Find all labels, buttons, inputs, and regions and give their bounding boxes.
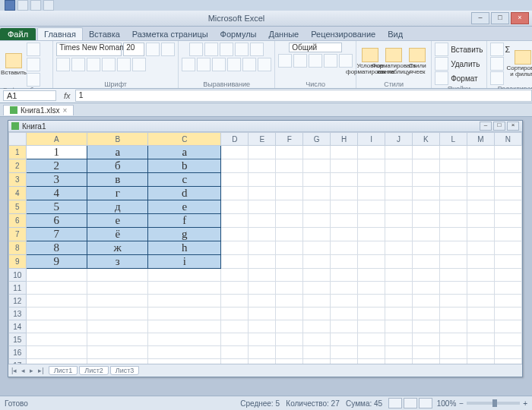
cell[interactable]: 8 (26, 241, 87, 255)
cell[interactable] (412, 320, 439, 333)
cell[interactable] (26, 295, 87, 308)
cell[interactable] (358, 187, 385, 200)
cell[interactable] (331, 241, 358, 255)
cell[interactable] (249, 200, 276, 214)
cell[interactable] (439, 308, 467, 320)
cell[interactable] (467, 295, 494, 308)
cell[interactable] (331, 200, 358, 214)
column-header[interactable]: B (87, 133, 148, 146)
cell[interactable] (385, 269, 413, 282)
zoom-in-icon[interactable]: + (523, 399, 527, 408)
fill-color-icon[interactable] (117, 58, 131, 71)
page-break-view-icon[interactable] (419, 398, 432, 408)
delete-cells-icon[interactable] (435, 57, 448, 71)
cell[interactable] (494, 255, 521, 269)
ribbon-tab-3[interactable]: Формулы (214, 28, 263, 40)
cell[interactable]: 2 (26, 159, 87, 173)
cell[interactable] (439, 346, 467, 359)
cell[interactable] (148, 308, 221, 320)
cell[interactable] (148, 282, 221, 295)
increase-indent-icon[interactable] (242, 58, 256, 71)
column-header[interactable]: N (494, 133, 521, 146)
border-icon[interactable] (102, 58, 116, 71)
cell[interactable] (148, 359, 221, 364)
cell[interactable] (412, 214, 439, 228)
column-header[interactable]: D (221, 133, 249, 146)
cell[interactable] (494, 346, 521, 359)
cell[interactable] (358, 173, 385, 187)
fx-icon[interactable]: fx (64, 91, 71, 100)
fill-icon[interactable] (490, 57, 504, 71)
close-button[interactable]: × (511, 12, 529, 24)
cell[interactable] (276, 359, 303, 364)
cell[interactable] (385, 308, 413, 320)
cell[interactable] (331, 346, 358, 359)
cell[interactable] (276, 241, 303, 255)
normal-view-icon[interactable] (388, 398, 402, 408)
align-center-icon[interactable] (197, 58, 211, 71)
cell[interactable]: в (87, 173, 148, 187)
cell[interactable] (385, 200, 413, 214)
cell-styles-button[interactable]: Стили ячеек (407, 48, 428, 75)
cell[interactable] (303, 187, 331, 200)
cell[interactable]: 9 (26, 255, 87, 269)
cell[interactable] (358, 308, 385, 320)
cell[interactable] (249, 333, 276, 346)
cell[interactable] (385, 320, 413, 333)
cell[interactable] (249, 187, 276, 200)
row-header[interactable]: 11 (9, 282, 27, 295)
cell[interactable] (303, 200, 331, 214)
cell[interactable] (439, 241, 467, 255)
cell[interactable] (331, 308, 358, 320)
cell[interactable] (221, 187, 249, 200)
cell[interactable] (249, 255, 276, 269)
cell[interactable] (412, 255, 439, 269)
cell[interactable] (221, 295, 249, 308)
cell[interactable] (87, 308, 148, 320)
orientation-icon[interactable] (235, 43, 249, 56)
formula-input[interactable]: 1 (75, 90, 532, 102)
cell[interactable] (249, 241, 276, 255)
column-header[interactable]: J (385, 133, 413, 146)
row-header[interactable]: 4 (9, 187, 27, 200)
column-header[interactable]: C (148, 133, 221, 146)
cell[interactable] (221, 333, 249, 346)
cell[interactable] (26, 282, 87, 295)
cell[interactable] (412, 295, 439, 308)
cell[interactable] (467, 187, 494, 200)
cell[interactable]: i (148, 255, 221, 269)
column-header[interactable]: F (276, 133, 303, 146)
cell[interactable] (303, 320, 331, 333)
cell[interactable] (249, 295, 276, 308)
cell[interactable] (494, 269, 521, 282)
wb-close-button[interactable]: × (507, 121, 519, 131)
cell[interactable] (439, 282, 467, 295)
cell[interactable] (358, 241, 385, 255)
paste-button[interactable]: Вставить (3, 51, 24, 78)
grid-scroll-area[interactable]: ABCDEFGHIJKLMN11аa22бb33вc44гd55дe66еf77… (8, 132, 522, 364)
align-right-icon[interactable] (212, 58, 226, 71)
cell[interactable] (249, 269, 276, 282)
cell[interactable] (331, 320, 358, 333)
sheet-tab[interactable]: Лист1 (49, 366, 78, 375)
cell[interactable] (467, 200, 494, 214)
cell[interactable] (303, 295, 331, 308)
cell[interactable]: ж (87, 241, 148, 255)
cell[interactable] (249, 173, 276, 187)
cell[interactable] (26, 333, 87, 346)
sheet-nav-prev-icon[interactable]: ◂ (21, 367, 25, 374)
cell[interactable] (331, 228, 358, 241)
cell[interactable]: c (148, 173, 221, 187)
cell[interactable] (331, 333, 358, 346)
cell[interactable] (385, 173, 413, 187)
column-header[interactable]: G (303, 133, 331, 146)
sheet-nav-next-icon[interactable]: ▸ (30, 367, 33, 374)
cell[interactable]: з (87, 255, 148, 269)
cell[interactable] (331, 359, 358, 364)
cell[interactable] (494, 295, 521, 308)
redo-icon[interactable] (30, 0, 41, 11)
cell[interactable] (148, 295, 221, 308)
cell[interactable] (221, 200, 249, 214)
cell[interactable] (439, 173, 467, 187)
cell[interactable] (385, 255, 413, 269)
